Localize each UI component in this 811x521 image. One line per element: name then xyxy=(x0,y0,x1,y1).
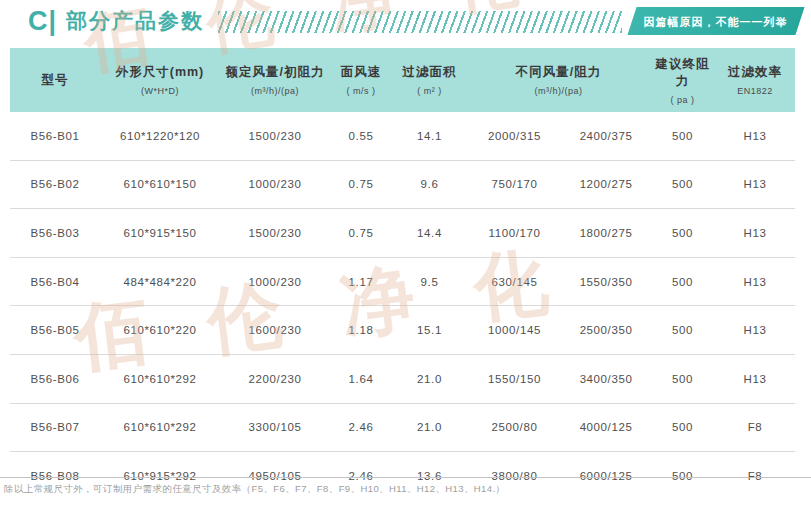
table-cell: B56-B03 xyxy=(10,209,100,258)
section-letter: C| xyxy=(28,6,57,36)
table-cell: H13 xyxy=(715,354,795,403)
table-cell: 500 xyxy=(650,403,715,452)
table-cell: 1550/350 xyxy=(562,257,650,306)
table-row: B56-B07610*610*2923300/1052.4621.02500/8… xyxy=(10,403,795,452)
table-cell: B56-B07 xyxy=(10,403,100,452)
table-row: B56-B04484*484*2201000/2301.179.5630/145… xyxy=(10,257,795,306)
column-unit: EN1822 xyxy=(715,86,795,96)
table-cell: 630/145 xyxy=(467,257,562,306)
table-cell: 14.1 xyxy=(392,112,467,160)
table-body: B56-B01610*1220*1201500/2300.5514.12000/… xyxy=(10,112,795,500)
table-cell: 1000/145 xyxy=(467,306,562,355)
column-unit: ( pa ) xyxy=(650,95,715,105)
table-cell: 2500/80 xyxy=(467,403,562,452)
table-cell: 1500/230 xyxy=(220,209,330,258)
table-cell: H13 xyxy=(715,257,795,306)
table-cell: 1800/275 xyxy=(562,209,650,258)
table-cell: 750/170 xyxy=(467,160,562,209)
table-cell: 1000/230 xyxy=(220,257,330,306)
table-cell: 0.75 xyxy=(330,160,392,209)
table-cell: H13 xyxy=(715,306,795,355)
table-row: B56-B06610*610*2922200/2301.6421.01550/1… xyxy=(10,354,795,403)
divider-line xyxy=(0,477,811,478)
table-cell: 1600/230 xyxy=(220,306,330,355)
title-bar: C| 部分产品参数 因篇幅原因，不能一一列举 xyxy=(28,5,806,37)
table-cell: B56-B06 xyxy=(10,354,100,403)
table-cell: 21.0 xyxy=(392,403,467,452)
table-cell: 1500/230 xyxy=(220,112,330,160)
column-header-filter-area: 过滤面积 ( m² ) xyxy=(392,48,467,112)
table-cell: B56-B05 xyxy=(10,306,100,355)
column-unit: ( m/s ) xyxy=(330,86,392,96)
column-header-rated-airflow: 额定风量/初阻力 (m³/h)/(pa) xyxy=(220,48,330,112)
table-cell: 610*610*150 xyxy=(100,160,220,209)
table-row: B56-B01610*1220*1201500/2300.5514.12000/… xyxy=(10,112,795,160)
table-cell: 1.18 xyxy=(330,306,392,355)
table-cell: 1100/170 xyxy=(467,209,562,258)
table-cell: 610*610*292 xyxy=(100,354,220,403)
table-cell: 610*915*150 xyxy=(100,209,220,258)
table-cell: 9.6 xyxy=(392,160,467,209)
column-label: 型号 xyxy=(10,72,100,89)
ribbon-badge: 因篇幅原因，不能一一列举 xyxy=(627,7,804,35)
column-label: 不同风量/阻力 xyxy=(467,64,650,81)
table-row: B56-B02610*610*1501000/2300.759.6750/170… xyxy=(10,160,795,209)
table-cell: 500 xyxy=(650,112,715,160)
page-title: 部分产品参数 xyxy=(66,7,204,35)
table-cell: 3400/350 xyxy=(562,354,650,403)
table-cell: B56-B02 xyxy=(10,160,100,209)
product-parameters-table: 型号 外形尺寸(mm) (W*H*D) 额定风量/初阻力 (m³/h)/(pa)… xyxy=(10,48,795,500)
column-label: 建议终阻力 xyxy=(650,56,715,90)
table-cell: 500 xyxy=(650,306,715,355)
table-cell: 1000/230 xyxy=(220,160,330,209)
table-cell: 500 xyxy=(650,160,715,209)
table-cell: 1.64 xyxy=(330,354,392,403)
table-cell: H13 xyxy=(715,112,795,160)
table-cell: H13 xyxy=(715,160,795,209)
column-unit: (m³/h)/(pa) xyxy=(467,86,650,96)
table-cell: 500 xyxy=(650,257,715,306)
table-cell: 4000/125 xyxy=(562,403,650,452)
table-cell: 1550/150 xyxy=(467,354,562,403)
table-cell: 6000/125 xyxy=(562,452,650,500)
column-header-final-resistance: 建议终阻力 ( pa ) xyxy=(650,48,715,112)
table-cell: 500 xyxy=(650,209,715,258)
column-label: 外形尺寸(mm) xyxy=(100,64,220,81)
table-cell: 9.5 xyxy=(392,257,467,306)
ribbon-text: 因篇幅原因，不能一一列举 xyxy=(644,15,788,30)
column-header-different-airflow: 不同风量/阻力 (m³/h)/(pa) xyxy=(467,48,650,112)
diagonal-stripes-decoration xyxy=(218,11,622,33)
table-cell: F8 xyxy=(715,403,795,452)
column-unit: (m³/h)/(pa) xyxy=(220,86,330,96)
table-cell: 15.1 xyxy=(392,306,467,355)
table-cell: 21.0 xyxy=(392,354,467,403)
column-header-model: 型号 xyxy=(10,48,100,112)
column-label: 面风速 xyxy=(330,64,392,81)
column-unit: (W*H*D) xyxy=(100,86,220,96)
table-cell: 2400/375 xyxy=(562,112,650,160)
table-cell: 1.17 xyxy=(330,257,392,306)
table-cell: 2500/350 xyxy=(562,306,650,355)
table-cell: 610*610*220 xyxy=(100,306,220,355)
table-cell: 0.55 xyxy=(330,112,392,160)
footnote-text: 除以上常规尺寸外，可订制用户需求的任意尺寸及效率（F5、F6、F7、F8、F9、… xyxy=(4,483,505,496)
table-cell: 3300/105 xyxy=(220,403,330,452)
column-header-face-velocity: 面风速 ( m/s ) xyxy=(330,48,392,112)
table-cell: B56-B01 xyxy=(10,112,100,160)
table-row: B56-B05610*610*2201600/2301.1815.11000/1… xyxy=(10,306,795,355)
table-cell: 2.46 xyxy=(330,403,392,452)
table-cell: 610*1220*120 xyxy=(100,112,220,160)
table-cell: 610*610*292 xyxy=(100,403,220,452)
table-cell: 1200/275 xyxy=(562,160,650,209)
column-label: 额定风量/初阻力 xyxy=(220,64,330,81)
table-cell: 14.4 xyxy=(392,209,467,258)
table-header: 型号 外形尺寸(mm) (W*H*D) 额定风量/初阻力 (m³/h)/(pa)… xyxy=(10,48,795,112)
table-cell: 2200/230 xyxy=(220,354,330,403)
table-cell: 2000/315 xyxy=(467,112,562,160)
table-cell: H13 xyxy=(715,209,795,258)
column-header-dimensions: 外形尺寸(mm) (W*H*D) xyxy=(100,48,220,112)
column-unit: ( m² ) xyxy=(392,86,467,96)
table-cell: 500 xyxy=(650,452,715,500)
table-cell: 484*484*220 xyxy=(100,257,220,306)
table-cell: 500 xyxy=(650,354,715,403)
